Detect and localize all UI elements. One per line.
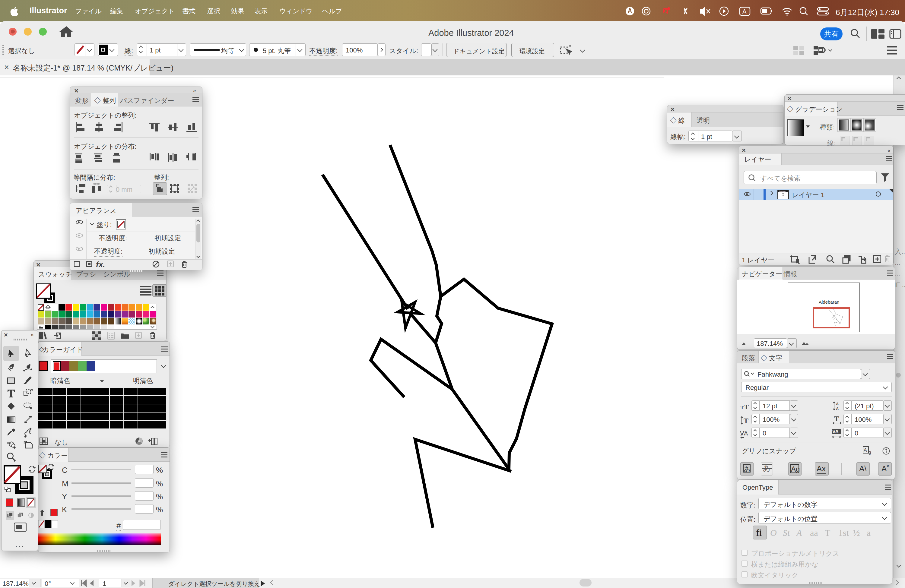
- svg-text:T: T: [744, 417, 748, 425]
- svg-text:A: A: [836, 406, 839, 411]
- svg-text:T: T: [834, 415, 839, 422]
- svg-text:A: A: [864, 447, 867, 453]
- svg-text:Aldebaran: Aldebaran: [779, 190, 786, 192]
- svg-text:T: T: [741, 405, 744, 410]
- svg-text:A: A: [836, 402, 839, 406]
- svg-text:A: A: [744, 430, 748, 437]
- svg-text:g: g: [868, 450, 871, 455]
- svg-text:T: T: [744, 403, 749, 410]
- svg-text:VA: VA: [832, 429, 838, 434]
